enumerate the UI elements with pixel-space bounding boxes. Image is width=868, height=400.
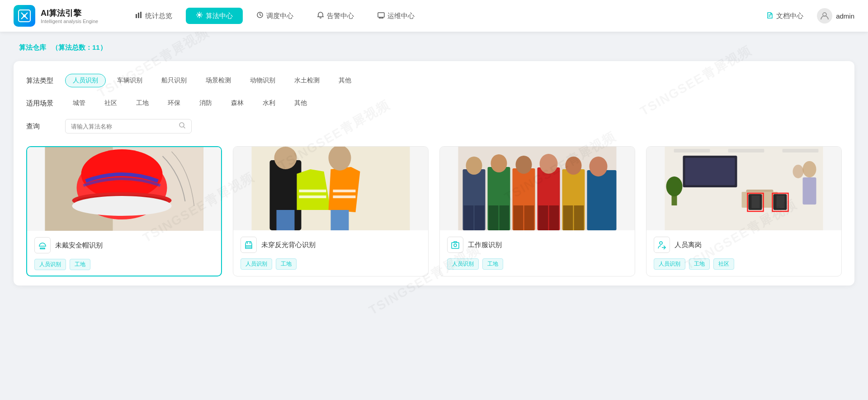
card-title-4: 人员离岗 — [675, 241, 702, 249]
svg-rect-51 — [452, 243, 459, 248]
card-image-1 — [27, 147, 221, 231]
card-title-row-1: 未戴安全帽识别 — [34, 237, 214, 253]
svg-rect-22 — [299, 190, 326, 192]
filter-tag-construction[interactable]: 工地 — [128, 96, 156, 110]
card-title-2: 未穿反光背心识别 — [261, 241, 316, 249]
search-icon[interactable] — [179, 122, 186, 130]
user-info[interactable]: admin — [817, 8, 854, 24]
card-title-row-3: 工作服识别 — [447, 237, 627, 253]
nav-schedule[interactable]: 调度中心 — [246, 8, 303, 24]
stats-icon — [135, 11, 142, 20]
svg-point-73 — [660, 242, 662, 244]
filter-tag-fire[interactable]: 消防 — [192, 96, 220, 110]
scene-tags: 城管 社区 工地 环保 消防 森林 水利 其他 — [65, 96, 315, 110]
app-title: AI算法引擎 — [41, 8, 98, 19]
algo-card-1[interactable]: 未戴安全帽识别 人员识别 工地 — [26, 146, 222, 276]
card-title-1: 未戴安全帽识别 — [55, 241, 103, 250]
nav-algo[interactable]: 算法中心 — [186, 8, 243, 24]
svg-rect-39 — [587, 170, 617, 230]
filter-tag-other-type[interactable]: 其他 — [331, 74, 359, 87]
card-tag-3-1: 工地 — [482, 258, 503, 270]
svg-rect-71 — [803, 177, 816, 205]
alarm-icon — [317, 11, 324, 20]
card-tag-4-0: 人员识别 — [654, 258, 685, 270]
filter-tag-person[interactable]: 人员识别 — [65, 74, 106, 87]
svg-rect-44 — [500, 205, 509, 230]
nav-stats-label: 统计总览 — [145, 12, 172, 20]
card-body-3: 工作服识别 人员识别 工地 — [440, 230, 635, 275]
nav-alarm-label: 告警中心 — [327, 12, 354, 20]
svg-rect-26 — [277, 210, 295, 230]
card-tag-2-1: 工地 — [276, 258, 297, 270]
nav-algo-label: 算法中心 — [206, 12, 233, 20]
nav-stats[interactable]: 统计总览 — [125, 8, 182, 24]
svg-point-17 — [72, 196, 172, 216]
card-icon-4 — [654, 237, 670, 253]
svg-rect-55 — [674, 149, 710, 152]
svg-rect-57 — [783, 149, 819, 152]
svg-point-70 — [803, 161, 816, 177]
filter-tag-ship[interactable]: 船只识别 — [154, 74, 194, 87]
svg-point-61 — [666, 176, 683, 196]
logo-svg — [18, 9, 31, 23]
search-row: 查询 — [26, 119, 842, 133]
svg-rect-7 — [378, 13, 384, 17]
app-subtitle: Intelligent analysis Engine — [41, 19, 98, 24]
svg-point-1 — [23, 14, 26, 17]
nav-ops[interactable]: 运维中心 — [368, 8, 425, 24]
algo-card-4[interactable]: 人员离岗 人员识别 工地 社区 — [646, 146, 842, 276]
card-image-4 — [646, 147, 841, 230]
filter-tag-community[interactable]: 社区 — [97, 96, 125, 110]
svg-rect-56 — [728, 149, 764, 152]
card-tags-3: 人员识别 工地 — [447, 258, 627, 270]
header: AI算法引擎 Intelligent analysis Engine 统计总览 … — [0, 0, 868, 32]
svg-rect-50 — [574, 205, 584, 230]
svg-rect-48 — [549, 205, 559, 230]
filter-tag-city[interactable]: 城管 — [65, 96, 93, 110]
filter-tag-vehicle[interactable]: 车辆识别 — [109, 74, 150, 87]
card-tag-4-2: 社区 — [713, 258, 734, 270]
filter-tag-forest[interactable]: 森林 — [223, 96, 251, 110]
svg-rect-4 — [140, 12, 142, 18]
svg-point-5 — [198, 14, 201, 16]
main-nav: 统计总览 算法中心 调度中心 告警中心 运维中心 — [125, 8, 766, 24]
card-tags-1: 人员识别 工地 — [34, 259, 214, 270]
logo-area: AI算法引擎 Intelligent analysis Engine — [14, 5, 98, 27]
algo-card-2[interactable]: 未穿反光背心识别 人员识别 工地 — [233, 146, 429, 276]
algo-card-3[interactable]: 工作服识别 人员识别 工地 — [439, 146, 635, 276]
page-header: 算法仓库（算法总数：11） — [14, 43, 854, 52]
card-icon-3 — [447, 237, 463, 253]
doc-icon — [766, 12, 774, 20]
search-input[interactable] — [71, 123, 179, 130]
schedule-icon — [256, 11, 264, 20]
svg-rect-3 — [138, 13, 139, 18]
svg-point-30 — [466, 157, 482, 175]
card-image-2 — [233, 147, 428, 230]
card-body-2: 未穿反光背心识别 人员识别 工地 — [233, 230, 428, 275]
card-title-row-4: 人员离岗 — [654, 237, 834, 253]
user-avatar — [817, 8, 832, 24]
filter-tag-env[interactable]: 环保 — [160, 96, 188, 110]
filter-tag-animal[interactable]: 动物识别 — [242, 74, 283, 87]
svg-point-38 — [566, 157, 582, 175]
person-image — [646, 147, 841, 230]
card-title-row-2: 未穿反光背心识别 — [241, 237, 421, 253]
filter-tag-water-soil[interactable]: 水土检测 — [287, 74, 327, 87]
svg-rect-49 — [563, 205, 573, 230]
card-body-4: 人员离岗 人员识别 工地 社区 — [646, 230, 841, 275]
filter-tag-scene[interactable]: 场景检测 — [198, 74, 239, 87]
helmet-image — [27, 147, 221, 231]
user-name: admin — [836, 12, 854, 20]
page-content: 算法仓库（算法总数：11） 算法类型 人员识别 车辆识别 船只识别 场景检测 动… — [0, 32, 868, 296]
card-tags-2: 人员识别 工地 — [241, 258, 421, 270]
svg-rect-24 — [333, 190, 356, 192]
nav-alarm[interactable]: 告警中心 — [307, 8, 364, 24]
doc-center[interactable]: 文档中心 — [766, 12, 803, 20]
nav-ops-label: 运维中心 — [387, 12, 415, 20]
card-image-3 — [440, 147, 635, 230]
filter-tag-water-util[interactable]: 水利 — [255, 96, 283, 110]
svg-rect-46 — [524, 205, 534, 230]
algo-count: （算法总数：11） — [52, 43, 107, 51]
filter-tag-other-scene[interactable]: 其他 — [287, 96, 315, 110]
card-icon-1 — [34, 237, 51, 253]
